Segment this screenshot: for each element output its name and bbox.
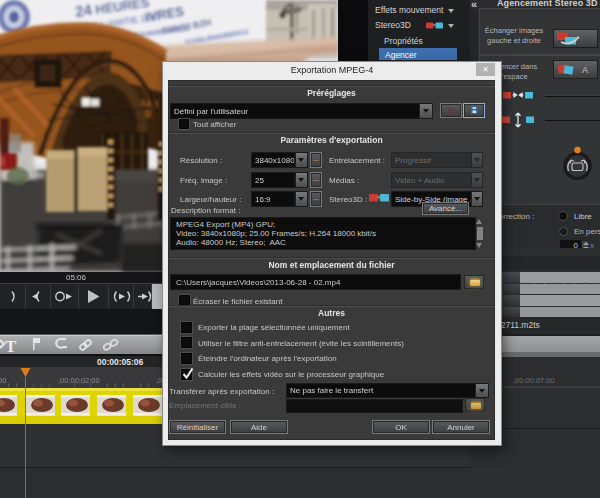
svg-text:T: T xyxy=(5,337,17,356)
svg-text:A: A xyxy=(582,65,588,75)
